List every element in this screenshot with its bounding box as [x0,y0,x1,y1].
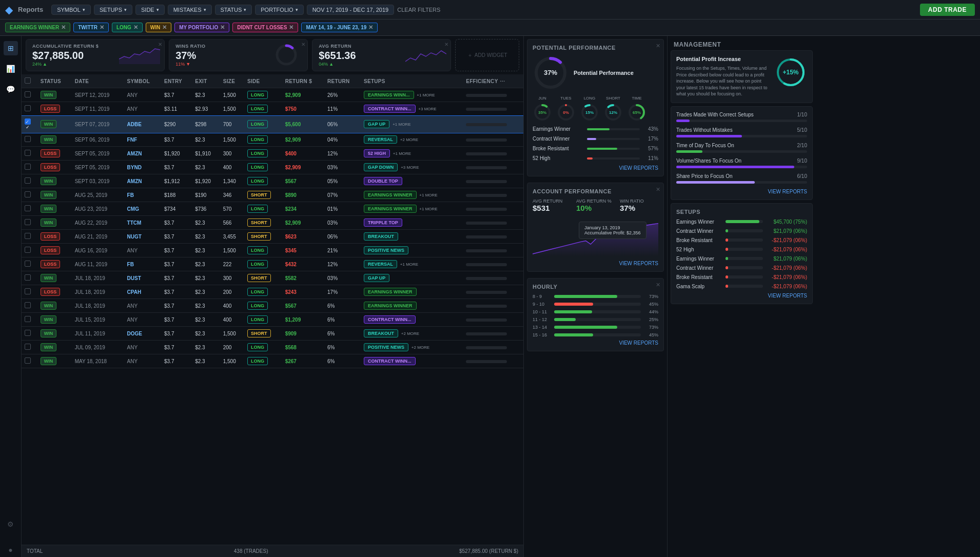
setup-badge[interactable]: EARNINGS WINNER [364,288,417,296]
setup-badge[interactable]: GAP UP [364,274,389,282]
th-symbol[interactable]: SYMBOL [124,74,161,88]
view-reports-link-acct[interactable]: VIEW REPORTS [533,261,658,266]
th-side[interactable]: SIDE [244,74,282,88]
tag-earnings-winner[interactable]: EARNINGS WINNER ✕ [5,23,70,32]
row-checkbox[interactable] [25,150,31,156]
tag-date-range[interactable]: MAY 14, 19 - JUNE 23, 19 ✕ [301,23,378,32]
row-symbol[interactable]: DUST [124,271,161,285]
row-checkbox[interactable] [25,288,31,294]
row-cb[interactable] [22,161,37,174]
row-checkbox[interactable] [25,261,31,267]
row-symbol[interactable]: TTCM [124,216,161,230]
th-efficiency[interactable]: EFFICIENCY ⋯ [463,74,523,88]
row-checkbox[interactable] [25,316,31,322]
th-exit[interactable]: EXIT [192,74,220,88]
symbol[interactable]: CPAH [127,289,142,295]
row-symbol[interactable]: DOGE [124,327,161,341]
table-row[interactable]: WIN SEPT 12, 2019 ANY $3.7 $2.3 1,500 LO… [22,88,523,102]
table-row[interactable]: LOSS AUG 21, 2019 NUGT $3.7 $2.3 3,455 S… [22,230,523,244]
row-cb[interactable] [22,271,37,285]
tag-didnt-cut[interactable]: DIDNT CUT LOSSES ✕ [232,23,298,32]
potential-perf-close[interactable]: ✕ [656,43,660,49]
trade-table-wrapper[interactable]: STATUS DATE SYMBOL ENTRY EXIT SIZE SIDE … [22,74,523,545]
row-symbol[interactable]: CPAH [124,285,161,299]
row-cb[interactable] [22,257,37,271]
setup-badge[interactable]: REVERSAL [364,135,397,144]
row-cb[interactable] [22,188,37,202]
table-row[interactable]: WIN JUL 11, 2019 DOGE $3.7 $2.3 1,500 SH… [22,327,523,341]
sidebar-icon-home[interactable]: ⊞ [4,41,18,55]
setup-badge[interactable]: BREAKOUT [364,232,398,241]
more-setups-btn[interactable]: +1 MORE [400,262,418,267]
symbol[interactable]: FNF [127,137,137,143]
symbol[interactable]: FB [127,192,134,198]
row-checkbox[interactable] [25,91,31,97]
row-checkbox[interactable] [25,219,31,225]
select-all-checkbox[interactable] [25,77,31,84]
mistakes-filter-btn[interactable]: MISTAKES [168,5,212,15]
mgmt-view-reports-link[interactable]: VIEW REPORTS [676,189,807,194]
table-row[interactable]: WIN AUG 22, 2019 TTCM $3.7 $2.3 566 SHOR… [22,216,523,230]
more-setups-btn[interactable]: +3 MORE [418,107,436,111]
table-row[interactable]: LOSS AUG 16, 2019 ANY $3.7 $2.3 1,500 LO… [22,244,523,257]
setup-badge[interactable]: EARNINGS WINN... [364,91,414,99]
view-reports-link-hourly[interactable]: VIEW REPORTS [533,340,658,346]
setup-badge[interactable]: EARNINGS WINNER [364,302,417,310]
more-setups-btn[interactable]: +1 MORE [393,151,411,156]
table-row[interactable]: LOSS SEPT 05, 2019 BYND $3.7 $2.3 400 LO… [22,161,523,174]
row-checkbox[interactable] [25,164,31,170]
row-symbol[interactable]: NUGT [124,230,161,244]
row-symbol[interactable]: ANY [124,313,161,327]
table-row[interactable]: LOSS SEPT 05, 2019 AMZN $1,920 $1,910 30… [22,147,523,161]
table-row[interactable]: WIN AUG 23, 2019 CMG $734 $736 570 LONG … [22,202,523,216]
row-cb[interactable] [22,244,37,257]
status-filter-btn[interactable]: STATUS [215,5,252,15]
th-setups[interactable]: SETUPS [361,74,463,88]
sidebar-icon-chart[interactable]: 📊 [4,62,18,76]
setup-badge[interactable]: EARNINGS WINNER [364,205,417,213]
table-row[interactable]: WIN AUG 25, 2019 FB $188 $190 346 SHORT … [22,188,523,202]
table-row[interactable]: WIN SEPT 06, 2019 FNF $3.7 $2.3 1,500 LO… [22,133,523,147]
symbol[interactable]: ADBE [127,122,142,127]
tag-long[interactable]: LONG ✕ [112,23,143,32]
more-setups-btn[interactable]: +1 MORE [419,207,437,211]
clear-filters-btn[interactable]: CLEAR FILTERS [397,7,440,13]
symbol[interactable]: ANY [127,92,138,98]
table-row[interactable]: WIN MAY 18, 2018 ANY $3.7 $2.3 1,500 LON… [22,354,523,368]
row-cb[interactable] [22,327,37,341]
symbol[interactable]: ANY [127,345,138,350]
symbol[interactable]: ANY [127,106,138,112]
row-symbol[interactable]: ANY [124,88,161,102]
row-cb[interactable] [22,147,37,161]
setups-view-reports-link[interactable]: VIEW REPORTS [676,293,807,299]
row-checkbox[interactable] [25,274,31,281]
table-row[interactable]: WIN JUL 18, 2019 ANY $3.7 $2.3 400 LONG … [22,299,523,313]
hourly-close[interactable]: ✕ [656,282,660,288]
th-return-dollar[interactable]: RETURN $ [282,74,324,88]
tag-portfolio[interactable]: MY PORTFOLIO ✕ [174,23,229,32]
row-checkbox[interactable] [25,302,31,308]
row-checkbox[interactable] [25,177,31,184]
symbol[interactable]: BYND [127,165,142,170]
row-cb[interactable] [22,174,37,188]
wins-ratio-close[interactable]: ✕ [301,42,305,47]
more-setups-btn[interactable]: +2 MORE [411,345,429,350]
row-checkbox[interactable] [25,344,31,350]
tag-close-icon[interactable]: ✕ [133,24,138,31]
table-row[interactable]: ✓ WIN SEPT 07, 2019 ADBE $290 $298 700 L… [22,116,523,133]
tag-close-icon[interactable]: ✕ [368,24,373,31]
setup-badge[interactable]: DOUBLE TOP [364,177,402,185]
table-row[interactable]: WIN SEPT 03, 2019 AMZN $1,912 $1,920 1,3… [22,174,523,188]
row-checkbox[interactable]: ✓ [25,118,31,125]
row-cb[interactable] [22,285,37,299]
setup-badge[interactable]: GAP DOWN [364,163,398,171]
symbol[interactable]: ANY [127,317,138,323]
view-reports-link-perf[interactable]: VIEW REPORTS [533,165,658,171]
row-checkbox[interactable] [25,105,31,111]
side-filter-btn[interactable]: SIDE [135,5,165,15]
row-checkbox[interactable] [25,191,31,197]
tag-close-icon[interactable]: ✕ [61,24,66,31]
row-symbol[interactable]: ANY [124,354,161,368]
table-row[interactable]: LOSS JUL 18, 2019 CPAH $3.7 $2.3 200 LON… [22,285,523,299]
setup-badge[interactable]: GAP UP [364,120,389,128]
